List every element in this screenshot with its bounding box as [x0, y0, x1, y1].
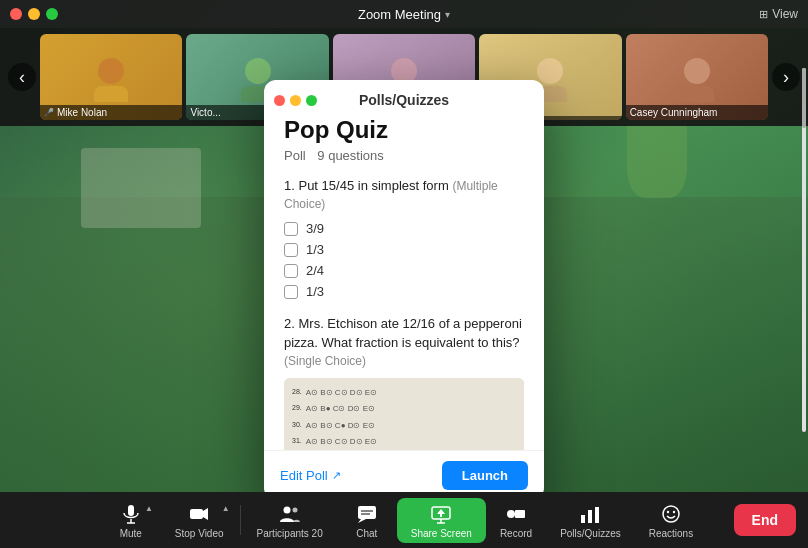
- svg-rect-3: [190, 509, 203, 519]
- svg-point-21: [667, 510, 669, 512]
- svg-marker-8: [358, 519, 366, 523]
- svg-point-6: [292, 507, 297, 512]
- participant-label-5: Casey Cunningham: [626, 105, 768, 120]
- checkbox-1-2[interactable]: [284, 243, 298, 257]
- chat-label: Chat: [356, 528, 377, 539]
- end-button[interactable]: End: [734, 504, 796, 536]
- toolbar-separator-1: [240, 505, 241, 535]
- stop-video-label: Stop Video: [175, 528, 224, 539]
- question-2: 2. Mrs. Etchison ate 12/16 of a pepperon…: [284, 315, 524, 450]
- svg-point-22: [673, 510, 675, 512]
- question-1-text: 1. Put 15/45 in simplest form (Multiple …: [284, 177, 524, 213]
- polls-label: Polls/Quizzes: [560, 528, 621, 539]
- option-1-4[interactable]: 1/3: [284, 284, 524, 299]
- svg-rect-7: [358, 506, 376, 519]
- reactions-label: Reactions: [649, 528, 693, 539]
- svg-rect-17: [581, 515, 585, 523]
- participant-label-1: 🎤 Mike Nolan: [40, 105, 182, 120]
- svg-rect-16: [515, 510, 525, 518]
- quiz-title: Pop Quiz: [284, 116, 524, 144]
- question-2-image: 28.A⊙ B⊙ C⊙ D⊙ E⊙ 29.A⊙ B● C⊙ D⊙ E⊙ 30.A…: [284, 378, 524, 450]
- mute-icon: [119, 502, 143, 526]
- participants-icon: [278, 502, 302, 526]
- svg-rect-0: [128, 505, 134, 516]
- window-controls: [10, 8, 58, 20]
- participant-thumb-1[interactable]: 🎤 Mike Nolan: [40, 34, 182, 120]
- quiz-meta: Poll 9 questions: [284, 148, 524, 163]
- view-button[interactable]: ⊞ View: [759, 7, 798, 21]
- polls-quizzes-modal: Polls/Quizzes Pop Quiz Poll 9 questions …: [264, 80, 544, 500]
- strip-nav-right[interactable]: ›: [772, 63, 800, 91]
- edit-poll-link[interactable]: Edit Poll ↗: [280, 468, 341, 483]
- option-1-3[interactable]: 2/4: [284, 263, 524, 278]
- reactions-icon: [659, 502, 683, 526]
- modal-maximize-button[interactable]: [306, 95, 317, 106]
- svg-point-5: [283, 506, 290, 513]
- toolbar-item-mute[interactable]: ▲ Mute: [101, 498, 161, 543]
- chat-icon: [355, 502, 379, 526]
- toolbar-item-reactions[interactable]: Reactions: [635, 498, 707, 543]
- modal-scrollbar: [802, 68, 806, 432]
- toolbar-item-chat[interactable]: Chat: [337, 498, 397, 543]
- svg-point-20: [663, 506, 679, 522]
- title-bar: Zoom Meeting ▾ ⊞ View: [0, 0, 808, 28]
- record-icon: [504, 502, 528, 526]
- svg-rect-19: [595, 507, 599, 523]
- participants-label: Participants 20: [257, 528, 323, 539]
- share-screen-icon: [429, 502, 453, 526]
- toolbar-item-participants[interactable]: Participants 20: [243, 498, 337, 543]
- minimize-button[interactable]: [28, 8, 40, 20]
- mute-label: Mute: [120, 528, 142, 539]
- modal-window-controls: [274, 95, 317, 106]
- modal-body: Pop Quiz Poll 9 questions 1. Put 15/45 i…: [264, 108, 544, 450]
- checkbox-1-3[interactable]: [284, 264, 298, 278]
- maximize-button[interactable]: [46, 8, 58, 20]
- modal-scrollbar-thumb[interactable]: [802, 68, 806, 128]
- checkbox-1-4[interactable]: [284, 285, 298, 299]
- toolbar-item-polls[interactable]: Polls/Quizzes: [546, 498, 635, 543]
- close-button[interactable]: [10, 8, 22, 20]
- option-1-2[interactable]: 1/3: [284, 242, 524, 257]
- video-icon: [187, 502, 211, 526]
- toolbar-item-stop-video[interactable]: ▲ Stop Video: [161, 498, 238, 543]
- toolbar-item-record[interactable]: Record: [486, 498, 546, 543]
- checkbox-1-1[interactable]: [284, 222, 298, 236]
- launch-button[interactable]: Launch: [442, 461, 528, 490]
- polls-icon: [578, 502, 602, 526]
- strip-nav-left[interactable]: ‹: [8, 63, 36, 91]
- svg-marker-4: [203, 508, 208, 520]
- svg-rect-18: [588, 510, 592, 523]
- question-2-text: 2. Mrs. Etchison ate 12/16 of a pepperon…: [284, 315, 524, 370]
- svg-point-15: [507, 510, 515, 518]
- modal-minimize-button[interactable]: [290, 95, 301, 106]
- meeting-title: Zoom Meeting ▾: [358, 7, 450, 22]
- participant-thumb-5[interactable]: Casey Cunningham: [626, 34, 768, 120]
- modal-header: Polls/Quizzes: [264, 80, 544, 108]
- toolbar: ▲ Mute ▲ Stop Video Participants 20: [0, 492, 808, 548]
- modal-title: Polls/Quizzes: [359, 92, 449, 108]
- modal-close-button[interactable]: [274, 95, 285, 106]
- option-1-1[interactable]: 3/9: [284, 221, 524, 236]
- toolbar-item-share-screen[interactable]: Share Screen: [397, 498, 486, 543]
- record-label: Record: [500, 528, 532, 539]
- share-screen-label: Share Screen: [411, 528, 472, 539]
- svg-marker-14: [437, 509, 445, 517]
- question-1: 1. Put 15/45 in simplest form (Multiple …: [284, 177, 524, 299]
